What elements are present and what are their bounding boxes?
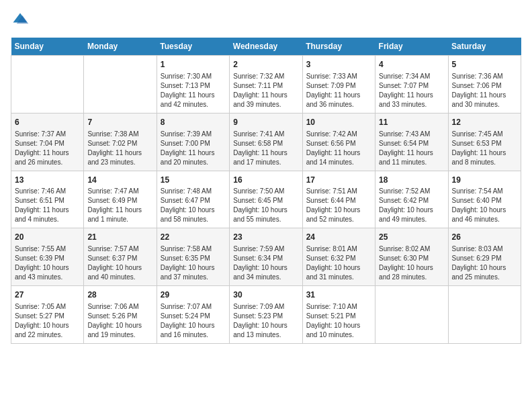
- calendar-header-row: SundayMondayTuesdayWednesdayThursdayFrid…: [11, 38, 521, 56]
- calendar-week-row: 1Sunrise: 7:30 AM Sunset: 7:13 PM Daylig…: [11, 56, 521, 113]
- day-number: 14: [87, 175, 152, 186]
- day-info: Sunrise: 8:01 AM Sunset: 6:32 PM Dayligh…: [306, 244, 371, 282]
- day-info: Sunrise: 7:30 AM Sunset: 7:13 PM Dayligh…: [161, 72, 226, 109]
- calendar-cell: 10Sunrise: 7:42 AM Sunset: 6:56 PM Dayli…: [302, 113, 375, 171]
- calendar-cell: 14Sunrise: 7:47 AM Sunset: 6:49 PM Dayli…: [84, 171, 157, 228]
- day-info: Sunrise: 7:05 AM Sunset: 5:27 PM Dayligh…: [15, 302, 80, 340]
- calendar-cell: [84, 56, 157, 113]
- page-header: [11, 11, 521, 30]
- calendar-cell: 28Sunrise: 7:06 AM Sunset: 5:26 PM Dayli…: [84, 286, 157, 344]
- day-number: 23: [233, 232, 298, 243]
- day-number: 11: [379, 117, 444, 128]
- day-number: 31: [306, 289, 371, 301]
- day-number: 19: [452, 175, 517, 186]
- day-number: 2: [233, 59, 298, 71]
- calendar-cell: 17Sunrise: 7:51 AM Sunset: 6:44 PM Dayli…: [302, 171, 375, 228]
- day-info: Sunrise: 7:59 AM Sunset: 6:34 PM Dayligh…: [233, 244, 298, 282]
- calendar-cell: 15Sunrise: 7:48 AM Sunset: 6:47 PM Dayli…: [157, 171, 229, 228]
- logo-icon: [11, 11, 30, 30]
- day-number: 8: [161, 117, 226, 128]
- day-number: 27: [15, 289, 80, 301]
- day-number: 13: [15, 175, 80, 186]
- day-number: 1: [161, 59, 226, 71]
- day-info: Sunrise: 7:10 AM Sunset: 5:21 PM Dayligh…: [306, 302, 371, 340]
- calendar-cell: [375, 286, 448, 344]
- day-number: 29: [161, 289, 226, 301]
- calendar-week-row: 13Sunrise: 7:46 AM Sunset: 6:51 PM Dayli…: [11, 171, 521, 228]
- day-number: 10: [306, 117, 371, 128]
- day-info: Sunrise: 7:37 AM Sunset: 7:04 PM Dayligh…: [15, 130, 80, 167]
- day-of-week-header: Sunday: [11, 38, 84, 56]
- day-number: 7: [87, 117, 152, 128]
- calendar-cell: 8Sunrise: 7:39 AM Sunset: 7:00 PM Daylig…: [157, 113, 229, 171]
- calendar-cell: 23Sunrise: 7:59 AM Sunset: 6:34 PM Dayli…: [230, 228, 302, 286]
- day-of-week-header: Thursday: [302, 38, 375, 56]
- day-info: Sunrise: 7:43 AM Sunset: 6:54 PM Dayligh…: [379, 130, 444, 167]
- day-number: 17: [306, 175, 371, 186]
- calendar-cell: 29Sunrise: 7:07 AM Sunset: 5:24 PM Dayli…: [157, 286, 229, 344]
- day-info: Sunrise: 7:58 AM Sunset: 6:35 PM Dayligh…: [161, 244, 226, 282]
- calendar-cell: 4Sunrise: 7:34 AM Sunset: 7:07 PM Daylig…: [375, 56, 448, 113]
- calendar-cell: 9Sunrise: 7:41 AM Sunset: 6:58 PM Daylig…: [230, 113, 302, 171]
- day-info: Sunrise: 7:33 AM Sunset: 7:09 PM Dayligh…: [306, 72, 371, 109]
- calendar-cell: 13Sunrise: 7:46 AM Sunset: 6:51 PM Dayli…: [11, 171, 84, 228]
- calendar-week-row: 27Sunrise: 7:05 AM Sunset: 5:27 PM Dayli…: [11, 286, 521, 344]
- day-info: Sunrise: 7:54 AM Sunset: 6:40 PM Dayligh…: [452, 187, 517, 224]
- day-number: 28: [87, 289, 152, 301]
- calendar-week-row: 6Sunrise: 7:37 AM Sunset: 7:04 PM Daylig…: [11, 113, 521, 171]
- calendar-cell: 1Sunrise: 7:30 AM Sunset: 7:13 PM Daylig…: [157, 56, 229, 113]
- calendar-cell: 24Sunrise: 8:01 AM Sunset: 6:32 PM Dayli…: [302, 228, 375, 286]
- day-info: Sunrise: 7:55 AM Sunset: 6:39 PM Dayligh…: [15, 244, 80, 282]
- day-info: Sunrise: 7:34 AM Sunset: 7:07 PM Dayligh…: [379, 72, 444, 109]
- calendar-cell: 27Sunrise: 7:05 AM Sunset: 5:27 PM Dayli…: [11, 286, 84, 344]
- day-number: 9: [233, 117, 298, 128]
- day-info: Sunrise: 8:02 AM Sunset: 6:30 PM Dayligh…: [379, 244, 444, 282]
- day-info: Sunrise: 7:42 AM Sunset: 6:56 PM Dayligh…: [306, 130, 371, 167]
- calendar-cell: 16Sunrise: 7:50 AM Sunset: 6:45 PM Dayli…: [230, 171, 302, 228]
- day-number: 12: [452, 117, 517, 128]
- day-number: 30: [233, 289, 298, 301]
- day-info: Sunrise: 7:50 AM Sunset: 6:45 PM Dayligh…: [233, 187, 298, 224]
- day-of-week-header: Monday: [84, 38, 157, 56]
- calendar-cell: 18Sunrise: 7:52 AM Sunset: 6:42 PM Dayli…: [375, 171, 448, 228]
- calendar-cell: 20Sunrise: 7:55 AM Sunset: 6:39 PM Dayli…: [11, 228, 84, 286]
- day-of-week-header: Wednesday: [230, 38, 302, 56]
- day-info: Sunrise: 7:51 AM Sunset: 6:44 PM Dayligh…: [306, 187, 371, 224]
- day-number: 4: [379, 59, 444, 71]
- day-info: Sunrise: 7:07 AM Sunset: 5:24 PM Dayligh…: [161, 302, 226, 340]
- day-number: 24: [306, 232, 371, 243]
- day-info: Sunrise: 8:03 AM Sunset: 6:29 PM Dayligh…: [452, 244, 517, 282]
- day-number: 5: [452, 59, 517, 71]
- day-info: Sunrise: 7:06 AM Sunset: 5:26 PM Dayligh…: [87, 302, 152, 340]
- calendar-table: SundayMondayTuesdayWednesdayThursdayFrid…: [11, 38, 521, 344]
- day-of-week-header: Tuesday: [157, 38, 229, 56]
- calendar-cell: 7Sunrise: 7:38 AM Sunset: 7:02 PM Daylig…: [84, 113, 157, 171]
- day-number: 15: [161, 175, 226, 186]
- calendar-cell: [448, 286, 521, 344]
- calendar-cell: 5Sunrise: 7:36 AM Sunset: 7:06 PM Daylig…: [448, 56, 521, 113]
- day-info: Sunrise: 7:41 AM Sunset: 6:58 PM Dayligh…: [233, 130, 298, 167]
- day-info: Sunrise: 7:09 AM Sunset: 5:23 PM Dayligh…: [233, 302, 298, 340]
- day-of-week-header: Saturday: [448, 38, 521, 56]
- day-info: Sunrise: 7:39 AM Sunset: 7:00 PM Dayligh…: [161, 130, 226, 167]
- calendar-cell: 11Sunrise: 7:43 AM Sunset: 6:54 PM Dayli…: [375, 113, 448, 171]
- day-info: Sunrise: 7:46 AM Sunset: 6:51 PM Dayligh…: [15, 187, 80, 224]
- day-info: Sunrise: 7:48 AM Sunset: 6:47 PM Dayligh…: [161, 187, 226, 224]
- day-info: Sunrise: 7:32 AM Sunset: 7:11 PM Dayligh…: [233, 72, 298, 109]
- calendar-cell: 25Sunrise: 8:02 AM Sunset: 6:30 PM Dayli…: [375, 228, 448, 286]
- day-number: 18: [379, 175, 444, 186]
- day-number: 6: [15, 117, 80, 128]
- calendar-cell: 22Sunrise: 7:58 AM Sunset: 6:35 PM Dayli…: [157, 228, 229, 286]
- day-of-week-header: Friday: [375, 38, 448, 56]
- calendar-cell: 31Sunrise: 7:10 AM Sunset: 5:21 PM Dayli…: [302, 286, 375, 344]
- calendar-cell: 2Sunrise: 7:32 AM Sunset: 7:11 PM Daylig…: [230, 56, 302, 113]
- day-info: Sunrise: 7:36 AM Sunset: 7:06 PM Dayligh…: [452, 72, 517, 109]
- day-info: Sunrise: 7:47 AM Sunset: 6:49 PM Dayligh…: [87, 187, 152, 224]
- calendar-week-row: 20Sunrise: 7:55 AM Sunset: 6:39 PM Dayli…: [11, 228, 521, 286]
- logo: [11, 11, 32, 30]
- calendar-cell: 3Sunrise: 7:33 AM Sunset: 7:09 PM Daylig…: [302, 56, 375, 113]
- day-number: 3: [306, 59, 371, 71]
- calendar-cell: 21Sunrise: 7:57 AM Sunset: 6:37 PM Dayli…: [84, 228, 157, 286]
- day-info: Sunrise: 7:38 AM Sunset: 7:02 PM Dayligh…: [87, 130, 152, 167]
- day-number: 26: [452, 232, 517, 243]
